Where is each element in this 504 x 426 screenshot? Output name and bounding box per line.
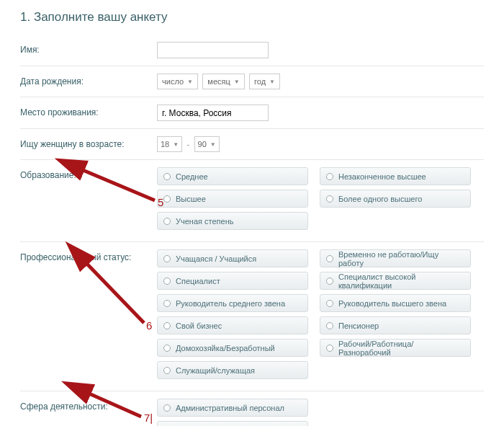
prof-option-label: Свой бизнес <box>176 321 222 330</box>
sphere-option[interactable]: Административный персонал <box>157 399 308 417</box>
prof-option-label: Служащий/служащая <box>176 366 255 375</box>
radio-icon <box>326 173 333 180</box>
prof-option[interactable]: Пенсионер <box>320 316 471 334</box>
prof-option[interactable]: Свой бизнес <box>157 316 308 334</box>
prof-option-label: Домохозяйка/Безработный <box>176 344 275 352</box>
prof-option[interactable]: Служащий/служащая <box>157 361 308 379</box>
sphere-option[interactable]: Архитектура и проектирование <box>157 421 308 426</box>
radio-icon <box>163 173 171 180</box>
prof-option[interactable]: Рабочий/Работница/Разнорабочий <box>320 339 471 357</box>
chevron-down-icon: ▼ <box>210 141 216 148</box>
education-option[interactable]: Ученая степень <box>157 212 308 230</box>
residence-input[interactable] <box>157 105 269 121</box>
dob-month-select[interactable]: месяц▼ <box>202 74 244 89</box>
dob-year-value: год <box>254 77 266 86</box>
annotation-5-num: 5 <box>158 196 163 208</box>
prof-option-label: Специалист <box>176 277 220 285</box>
radio-icon <box>163 255 171 262</box>
education-option-label: Незаконченное высшее <box>338 172 426 181</box>
education-option-label: Более одного высшего <box>338 195 422 203</box>
prof-option[interactable]: Специалист высокой квалификации <box>320 272 471 290</box>
row-name: Имя: <box>20 35 484 66</box>
name-input[interactable] <box>157 42 269 58</box>
row-seeking: Ищу женщину в возрасте: 18▼ - 90▼ <box>20 129 484 159</box>
radio-icon <box>163 322 171 329</box>
radio-icon <box>326 195 333 203</box>
prof-option-label: Руководитель высшего звена <box>338 299 446 308</box>
education-option[interactable]: Высшее <box>157 190 308 208</box>
label-sphere: Сфера деятельности: <box>20 399 157 412</box>
label-dob: Дата рождения: <box>20 74 157 86</box>
radio-icon <box>326 345 333 352</box>
prof-option-label: Пенсионер <box>338 321 379 330</box>
row-sphere: Сфера деятельности: Административный пер… <box>20 391 484 426</box>
radio-icon <box>326 300 333 307</box>
education-option-label: Среднее <box>176 172 208 181</box>
education-option-label: Ученая степень <box>176 217 233 226</box>
label-residence: Место проживания: <box>20 105 157 117</box>
prof-option[interactable]: Руководитель высшего звена <box>320 294 471 312</box>
radio-icon <box>326 255 333 262</box>
radio-icon <box>163 345 171 352</box>
chevron-down-icon: ▼ <box>173 141 179 148</box>
radio-icon <box>163 218 171 225</box>
age-to-value: 90 <box>198 140 207 148</box>
age-to-select[interactable]: 90▼ <box>194 136 220 152</box>
radio-icon <box>163 195 171 203</box>
radio-icon <box>163 278 171 285</box>
prof-option[interactable]: Временно не работаю/Ищу работу <box>320 249 471 267</box>
age-from-select[interactable]: 18▼ <box>157 136 182 152</box>
label-education: Образование: <box>20 167 157 180</box>
dob-day-value: число <box>162 77 184 86</box>
education-option-label: Высшее <box>176 195 206 203</box>
prof-option-label: Специалист высокой квалификации <box>338 272 464 290</box>
row-education: Образование: СреднееНезаконченное высшее… <box>20 160 484 237</box>
row-dob: Дата рождения: число▼ месяц▼ год▼ <box>20 66 484 97</box>
row-residence: Место проживания: <box>20 97 484 128</box>
prof-option[interactable]: Руководитель среднего звена <box>157 294 308 312</box>
education-option[interactable]: Более одного высшего <box>320 190 471 208</box>
label-prof-status: Профессиональный статус: <box>20 249 157 262</box>
chevron-down-icon: ▼ <box>187 79 193 85</box>
education-option[interactable]: Среднее <box>157 167 308 185</box>
prof-option-label: Временно не работаю/Ищу работу <box>338 250 464 267</box>
row-prof-status: Профессиональный статус: Учащаяся / Учащ… <box>20 242 484 386</box>
annotation-6-num: 6 <box>146 319 152 332</box>
radio-icon <box>163 300 171 307</box>
education-option[interactable]: Незаконченное высшее <box>320 167 471 185</box>
radio-icon <box>163 404 171 412</box>
chevron-down-icon: ▼ <box>269 79 275 85</box>
radio-icon <box>326 322 333 329</box>
prof-option-label: Учащаяся / Учащийся <box>176 254 256 263</box>
age-from-value: 18 <box>161 140 169 148</box>
prof-option[interactable]: Специалист <box>157 272 308 290</box>
label-seeking: Ищу женщину в возрасте: <box>20 136 157 149</box>
annotation-7-num: 7| <box>144 412 153 424</box>
chevron-down-icon: ▼ <box>234 79 240 85</box>
sphere-option-label: Административный персонал <box>176 404 284 412</box>
form-title: 1. Заполните вашу анкету <box>20 10 484 25</box>
radio-icon <box>326 278 333 285</box>
label-name: Имя: <box>20 42 157 55</box>
dob-month-value: месяц <box>207 77 230 86</box>
prof-option[interactable]: Домохозяйка/Безработный <box>157 339 308 357</box>
radio-icon <box>163 367 171 374</box>
prof-option[interactable]: Учащаяся / Учащийся <box>157 249 308 267</box>
dash: - <box>187 140 190 148</box>
prof-option-label: Рабочий/Работница/Разнорабочий <box>338 340 464 357</box>
prof-option-label: Руководитель среднего звена <box>176 299 285 308</box>
dob-day-select[interactable]: число▼ <box>157 74 198 89</box>
dob-year-select[interactable]: год▼ <box>249 74 280 89</box>
